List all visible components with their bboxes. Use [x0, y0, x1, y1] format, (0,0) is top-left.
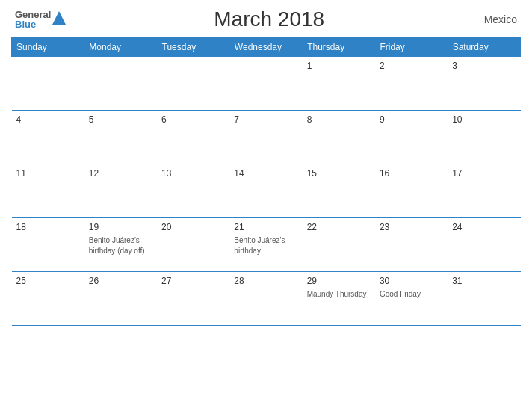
- calendar-cell-w4-d6: 23: [375, 218, 448, 272]
- logo: General Blue: [15, 10, 66, 29]
- calendar-cell-w5-d7: 31: [448, 272, 520, 326]
- calendar-cell-w1-d2: [84, 57, 157, 111]
- calendar-cell-w2-d3: 6: [157, 111, 229, 164]
- day-number-26: 26: [89, 276, 152, 286]
- day-number-30: 30: [380, 276, 443, 286]
- calendar-cell-w3-d4: 14: [229, 164, 302, 218]
- day-number-23: 23: [380, 222, 443, 232]
- calendar-cell-w5-d4: 28: [229, 272, 302, 326]
- page-header: General Blue March 2018 Mexico: [11, 7, 521, 31]
- calendar-page: General Blue March 2018 Mexico Sunday Mo…: [0, 0, 532, 411]
- day-number-7: 7: [234, 114, 297, 125]
- day-number-10: 10: [452, 114, 516, 125]
- calendar-cell-w2-d4: 7: [229, 111, 302, 164]
- calendar-cell-w1-d1: [12, 57, 84, 111]
- header-monday: Monday: [84, 38, 157, 57]
- calendar-cell-w1-d6: 2: [375, 57, 448, 111]
- day-number-1: 1: [307, 61, 371, 71]
- holiday-label: Benito Juárez's birthday (day off): [89, 236, 145, 255]
- day-number-16: 16: [380, 168, 443, 179]
- calendar-cell-w1-d7: 3: [448, 57, 520, 111]
- calendar-cell-w4-d5: 22: [303, 218, 375, 272]
- calendar-cell-w4-d7: 24: [448, 218, 520, 272]
- day-number-15: 15: [307, 168, 371, 179]
- calendar-cell-w5-d1: 25: [12, 272, 84, 326]
- calendar-cell-w5-d2: 26: [84, 272, 157, 326]
- day-number-6: 6: [161, 114, 225, 125]
- calendar-cell-w2-d5: 8: [303, 111, 375, 164]
- calendar-cell-w3-d1: 11: [12, 164, 84, 218]
- calendar-cell-w4-d4: 21Benito Juárez's birthday: [229, 218, 302, 272]
- calendar-cell-w1-d4: [229, 57, 302, 111]
- calendar-cell-w1-d5: 1: [303, 57, 375, 111]
- day-number-9: 9: [380, 114, 443, 125]
- calendar-table: Sunday Monday Tuesday Wednesday Thursday…: [11, 37, 521, 326]
- day-number-17: 17: [452, 168, 516, 179]
- calendar-cell-w5-d6: 30Good Friday: [375, 272, 448, 326]
- day-number-31: 31: [452, 276, 516, 286]
- day-number-19: 19: [89, 222, 152, 232]
- day-number-14: 14: [234, 168, 297, 179]
- calendar-cell-w2-d6: 9: [375, 111, 448, 164]
- logo-flag-icon: [52, 11, 66, 28]
- day-number-18: 18: [16, 222, 80, 232]
- logo-blue: Blue: [15, 19, 51, 29]
- header-thursday: Thursday: [303, 38, 375, 57]
- header-tuesday: Tuesday: [157, 38, 229, 57]
- day-number-25: 25: [16, 276, 80, 286]
- day-number-2: 2: [380, 61, 443, 71]
- day-number-21: 21: [234, 222, 297, 232]
- header-wednesday: Wednesday: [229, 38, 302, 57]
- week-row-5: 2526272829Maundy Thursday30Good Friday31: [12, 272, 521, 326]
- day-number-12: 12: [89, 168, 152, 179]
- day-number-28: 28: [234, 276, 297, 286]
- calendar-cell-w4-d2: 19Benito Juárez's birthday (day off): [84, 218, 157, 272]
- day-number-13: 13: [161, 168, 225, 179]
- calendar-cell-w3-d5: 15: [303, 164, 375, 218]
- header-saturday: Saturday: [448, 38, 520, 57]
- week-row-4: 1819Benito Juárez's birthday (day off)20…: [12, 218, 521, 272]
- calendar-title: March 2018: [66, 7, 472, 31]
- header-friday: Friday: [375, 38, 448, 57]
- logo-text: General Blue: [15, 10, 51, 29]
- country-label: Mexico: [472, 13, 517, 25]
- calendar-cell-w4-d3: 20: [157, 218, 229, 272]
- week-row-2: 45678910: [12, 111, 521, 164]
- header-sunday: Sunday: [12, 38, 84, 57]
- day-number-29: 29: [307, 276, 371, 286]
- day-number-22: 22: [307, 222, 371, 232]
- holiday-label: Maundy Thursday: [307, 290, 367, 298]
- calendar-cell-w5-d5: 29Maundy Thursday: [303, 272, 375, 326]
- week-row-3: 11121314151617: [12, 164, 521, 218]
- calendar-cell-w4-d1: 18: [12, 218, 84, 272]
- calendar-cell-w3-d2: 12: [84, 164, 157, 218]
- day-number-20: 20: [161, 222, 225, 232]
- day-number-4: 4: [16, 114, 80, 125]
- week-row-1: 123: [12, 57, 521, 111]
- day-number-11: 11: [16, 168, 80, 179]
- holiday-label: Good Friday: [380, 290, 421, 298]
- day-number-24: 24: [452, 222, 516, 232]
- calendar-cell-w3-d3: 13: [157, 164, 229, 218]
- calendar-cell-w3-d6: 16: [375, 164, 448, 218]
- calendar-cell-w1-d3: [157, 57, 229, 111]
- day-number-3: 3: [452, 61, 516, 71]
- calendar-cell-w2-d7: 10: [448, 111, 520, 164]
- day-number-5: 5: [89, 114, 152, 125]
- day-number-8: 8: [307, 114, 371, 125]
- calendar-cell-w3-d7: 17: [448, 164, 520, 218]
- days-header-row: Sunday Monday Tuesday Wednesday Thursday…: [12, 38, 521, 57]
- calendar-cell-w2-d2: 5: [84, 111, 157, 164]
- day-number-27: 27: [161, 276, 225, 286]
- calendar-cell-w2-d1: 4: [12, 111, 84, 164]
- holiday-label: Benito Juárez's birthday: [234, 236, 285, 255]
- svg-marker-0: [52, 11, 66, 25]
- calendar-cell-w5-d3: 27: [157, 272, 229, 326]
